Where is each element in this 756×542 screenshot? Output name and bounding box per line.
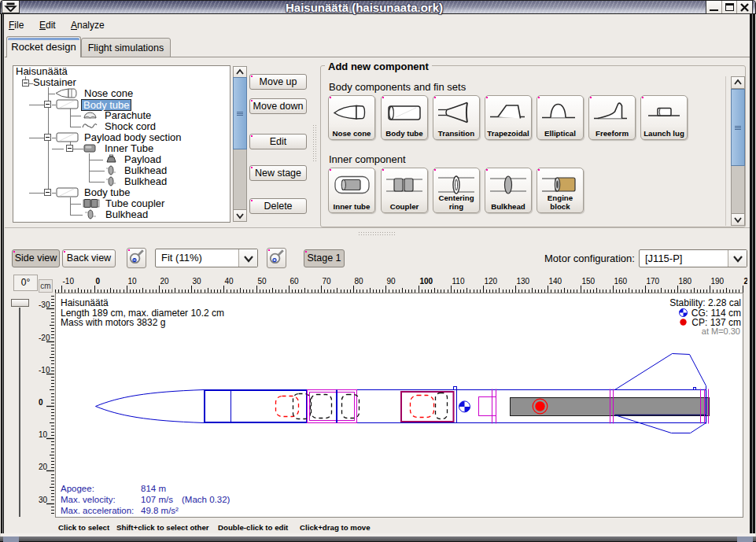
svg-text:0: 0	[96, 277, 101, 286]
svg-text:80: 80	[355, 277, 364, 286]
svg-text:130: 130	[517, 277, 530, 286]
svg-text:160: 160	[614, 277, 628, 286]
svg-text:30: 30	[193, 277, 202, 286]
svg-text:140: 140	[549, 277, 562, 286]
svg-text:50: 50	[258, 277, 267, 286]
svg-text:170: 170	[647, 277, 660, 286]
svg-text:180: 180	[679, 277, 692, 286]
svg-text:-10: -10	[39, 366, 50, 374]
svg-text:110: 110	[452, 277, 465, 286]
svg-text:120: 120	[485, 277, 498, 286]
svg-text:-10: -10	[63, 277, 75, 286]
svg-text:150: 150	[582, 277, 596, 286]
svg-text:-20: -20	[39, 334, 50, 342]
svg-text:200: 200	[744, 277, 748, 286]
svg-text:20: 20	[39, 463, 48, 471]
svg-text:20: 20	[160, 277, 170, 286]
svg-text:10: 10	[39, 430, 48, 439]
svg-text:60: 60	[290, 277, 300, 286]
svg-text:10: 10	[128, 277, 138, 286]
svg-text:30: 30	[39, 496, 48, 504]
svg-text:70: 70	[323, 277, 332, 286]
svg-text:190: 190	[711, 277, 725, 286]
svg-text:0: 0	[39, 398, 43, 407]
svg-text:-30: -30	[39, 300, 50, 309]
svg-text:40: 40	[225, 277, 234, 286]
svg-text:100: 100	[420, 277, 433, 286]
svg-text:90: 90	[387, 277, 396, 286]
